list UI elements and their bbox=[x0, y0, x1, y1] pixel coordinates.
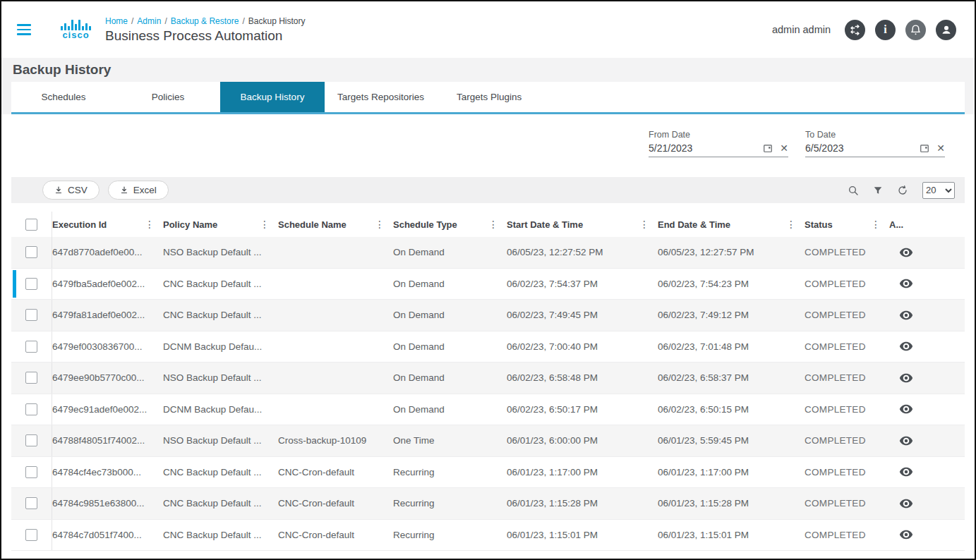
schedule-type-cell: On Demand bbox=[393, 404, 507, 415]
column-menu-icon[interactable]: ⋮ bbox=[869, 219, 882, 230]
execution-id-cell: 647d8770adef0e00... bbox=[52, 247, 163, 257]
row-checkbox[interactable] bbox=[25, 309, 37, 321]
export-csv-button[interactable]: CSV bbox=[42, 181, 100, 200]
menu-icon[interactable] bbox=[17, 24, 31, 35]
schedule-name-cell: CNC-Cron-default bbox=[278, 467, 393, 477]
cisco-logo-bars bbox=[61, 19, 91, 30]
schedule-type-cell: On Demand bbox=[393, 372, 507, 383]
tab-policies[interactable]: Policies bbox=[116, 82, 220, 112]
table-row[interactable]: 64784c9851e63800... CNC Backup Default .… bbox=[11, 488, 965, 520]
table-row[interactable]: 6479fba5adef0e002... CNC Backup Default … bbox=[11, 269, 965, 300]
export-excel-button[interactable]: Excel bbox=[108, 181, 169, 200]
policy-name-cell: NSO Backup Default ... bbox=[163, 372, 278, 383]
start-date-cell: 06/01/23, 1:17:00 PM bbox=[507, 467, 658, 477]
column-menu-icon[interactable]: ⋮ bbox=[785, 219, 797, 230]
clear-from-date-icon[interactable]: ✕ bbox=[780, 143, 788, 153]
breadcrumb-item[interactable]: Backup & Restore bbox=[171, 16, 239, 26]
select-all-checkbox[interactable] bbox=[25, 219, 37, 231]
to-date-input[interactable]: 6/5/2023 ✕ bbox=[805, 142, 945, 157]
account-icon[interactable] bbox=[936, 20, 956, 40]
notifications-icon[interactable] bbox=[905, 20, 926, 40]
cisco-logo: cisco bbox=[61, 19, 91, 40]
column-header-start-date-time[interactable]: Start Date & Time ⋮ bbox=[507, 219, 658, 230]
column-header-schedule-name[interactable]: Schedule Name ⋮ bbox=[278, 219, 393, 230]
table-row[interactable]: 64784c7d051f7400... CNC Backup Default .… bbox=[11, 520, 965, 552]
column-header-a[interactable]: A... bbox=[889, 219, 965, 230]
calendar-icon[interactable] bbox=[920, 143, 929, 153]
row-checkbox[interactable] bbox=[25, 434, 37, 446]
column-menu-icon[interactable]: ⋮ bbox=[258, 219, 271, 230]
tabs: Schedules Policies Backup History Target… bbox=[11, 82, 965, 114]
search-icon[interactable] bbox=[848, 185, 859, 196]
from-date-input[interactable]: 5/21/2023 ✕ bbox=[649, 142, 788, 157]
schedule-type-cell: Recurring bbox=[393, 498, 507, 509]
tab-targets-repositories[interactable]: Targets Repositories bbox=[325, 82, 437, 112]
calendar-icon[interactable] bbox=[763, 143, 773, 153]
user-name: admin admin bbox=[772, 24, 831, 35]
to-date-label: To Date bbox=[805, 130, 945, 140]
title-band: Backup History bbox=[1, 58, 975, 82]
view-details-eye-icon[interactable] bbox=[889, 245, 965, 260]
row-checkbox[interactable] bbox=[25, 466, 37, 478]
row-checkbox[interactable] bbox=[25, 497, 37, 509]
view-details-eye-icon[interactable] bbox=[889, 371, 965, 385]
column-menu-icon[interactable]: ⋮ bbox=[373, 219, 386, 230]
table-row[interactable]: 6479ef0030836700... DCNM Backup Defau...… bbox=[11, 331, 965, 363]
clear-to-date-icon[interactable]: ✕ bbox=[936, 143, 945, 153]
execution-id-cell: 6479ec91adef0e002... bbox=[52, 404, 163, 415]
table-row[interactable]: 6479ee90b5770c00... NSO Backup Default .… bbox=[11, 363, 965, 394]
start-date-cell: 06/02/23, 6:50:17 PM bbox=[507, 404, 658, 415]
row-checkbox[interactable] bbox=[25, 372, 37, 384]
breadcrumb: Home/Admin/Backup & Restore/Backup Histo… bbox=[105, 16, 305, 26]
end-date-cell: 06/02/23, 7:01:48 PM bbox=[658, 341, 805, 352]
column-header-schedule-type[interactable]: Schedule Type ⋮ bbox=[393, 219, 507, 230]
breadcrumb-item[interactable]: Home bbox=[105, 16, 128, 26]
start-date-cell: 06/01/23, 1:15:28 PM bbox=[507, 498, 658, 509]
table-row[interactable]: 6479fa81adef0e002... CNC Backup Default … bbox=[11, 300, 965, 331]
info-icon[interactable]: i bbox=[875, 20, 896, 40]
page-size-select[interactable]: 20 bbox=[922, 182, 955, 199]
execution-id-cell: 64784c7d051f7400... bbox=[52, 530, 163, 540]
row-checkbox[interactable] bbox=[25, 246, 37, 258]
view-details-eye-icon[interactable] bbox=[889, 339, 965, 353]
row-checkbox[interactable] bbox=[25, 403, 37, 415]
column-header-policy-name[interactable]: Policy Name ⋮ bbox=[163, 219, 278, 230]
row-checkbox[interactable] bbox=[25, 529, 37, 541]
filter-icon[interactable] bbox=[873, 185, 883, 195]
view-details-eye-icon[interactable] bbox=[889, 497, 965, 511]
view-details-eye-icon[interactable] bbox=[889, 402, 965, 416]
schedule-name-cell: CNC-Cron-default bbox=[278, 498, 393, 509]
table-row[interactable]: 64788f48051f74002... NSO Backup Default … bbox=[11, 425, 965, 457]
schedule-type-cell: On Demand bbox=[393, 310, 507, 320]
breadcrumb-item[interactable]: Admin bbox=[137, 16, 161, 26]
end-date-cell: 06/02/23, 6:58:37 PM bbox=[658, 372, 805, 383]
view-details-eye-icon[interactable] bbox=[889, 308, 965, 322]
schedule-name-cell: CNC-Cron-default bbox=[278, 530, 393, 540]
schedule-type-cell: Recurring bbox=[393, 530, 507, 540]
column-header-status[interactable]: Status ⋮ bbox=[805, 219, 889, 230]
column-header-execution-id[interactable]: Execution Id ⋮ bbox=[52, 219, 163, 230]
view-details-eye-icon[interactable] bbox=[889, 276, 965, 291]
column-menu-icon[interactable]: ⋮ bbox=[487, 219, 500, 230]
column-menu-icon[interactable]: ⋮ bbox=[143, 219, 156, 230]
row-checkbox[interactable] bbox=[25, 341, 37, 353]
from-date-value[interactable]: 5/21/2023 bbox=[649, 142, 763, 154]
view-details-eye-icon[interactable] bbox=[889, 434, 965, 448]
cross-launch-icon[interactable] bbox=[845, 20, 865, 40]
status-cell: COMPLETED bbox=[805, 404, 889, 415]
to-date-value[interactable]: 6/5/2023 bbox=[805, 142, 920, 154]
table-row[interactable]: 647d8770adef0e00... NSO Backup Default .… bbox=[11, 237, 965, 269]
view-details-eye-icon[interactable] bbox=[889, 465, 965, 479]
execution-id-cell: 64784cf4ec73b000... bbox=[52, 467, 163, 477]
tab-backup-history[interactable]: Backup History bbox=[220, 82, 325, 112]
tab-targets-plugins[interactable]: Targets Plugins bbox=[437, 82, 541, 112]
tab-schedules[interactable]: Schedules bbox=[11, 82, 116, 112]
row-checkbox[interactable] bbox=[25, 278, 37, 290]
refresh-icon[interactable] bbox=[897, 185, 908, 196]
schedule-type-cell: Recurring bbox=[393, 467, 507, 477]
column-header-end-date-time[interactable]: End Date & Time ⋮ bbox=[658, 219, 805, 230]
view-details-eye-icon[interactable] bbox=[889, 528, 965, 542]
column-menu-icon[interactable]: ⋮ bbox=[638, 219, 651, 230]
table-row[interactable]: 6479ec91adef0e002... DCNM Backup Defau..… bbox=[11, 394, 965, 426]
table-row[interactable]: 64784cf4ec73b000... CNC Backup Default .… bbox=[11, 457, 965, 489]
